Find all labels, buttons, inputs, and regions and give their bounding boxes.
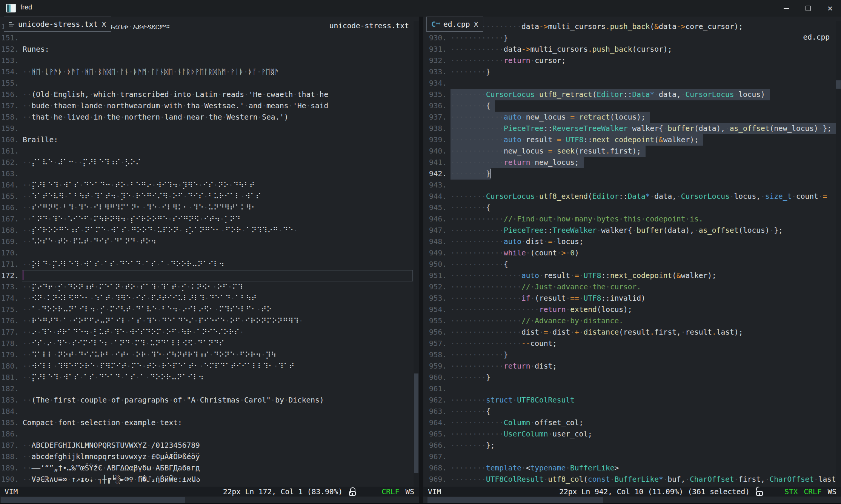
code-line[interactable]: 954.····················return·extend(lo… <box>423 304 835 315</box>
line-text[interactable]: ············new_locus·=·seek(result.firs… <box>447 146 646 157</box>
code-line[interactable]: 176.··⠗⠑⠛⠜⠙·⠁·⠊⠕⠋⠋⠔⠤⠝⠁⠊⠇·⠁⠎·⠹⠑·⠙⠑⠁⠙⠑⠌·⠏⠊… <box>0 315 413 327</box>
code-line[interactable]: 955.················//·Advance·by·distan… <box>423 315 835 327</box>
line-text[interactable]: ········} <box>447 372 490 383</box>
code-line[interactable]: 943. <box>423 180 835 191</box>
line-text[interactable]: ········} <box>447 168 491 180</box>
line-text[interactable]: ················//·Advance·by·distance. <box>447 315 623 327</box>
code-line[interactable]: 962.········struct·UTF8ColResult <box>423 395 835 406</box>
line-text[interactable]: ············//·Find·out·how·many·bytes·t… <box>447 214 703 225</box>
code-line[interactable]: 929.················data->multi_cursors.… <box>423 21 835 32</box>
code-line[interactable]: 186. <box>0 429 413 440</box>
code-line[interactable]: 173.··⡍⠔⠙⠖·⡊·⠙⠕⠝⠰⠞·⠍⠑⠁⠝·⠞⠕·⠎⠁⠹·⠹⠁⠞·⡊·⠅⠝⠪… <box>0 281 413 293</box>
line-text[interactable]: ············} <box>447 32 508 44</box>
line-text[interactable]: ············while·(count·>·0) <box>447 247 579 259</box>
tab-close-icon[interactable]: X <box>474 20 478 28</box>
left-vertical-scrollbar[interactable] <box>414 21 419 487</box>
code-line[interactable]: 938.············PieceTree::ReverseTreeWa… <box>423 123 835 134</box>
code-line[interactable]: 185.Compact·font·selection·example·text: <box>0 417 413 429</box>
code-line[interactable]: 942.········} <box>423 168 835 180</box>
code-line[interactable]: 949.············while·(count·>·0) <box>423 247 835 259</box>
code-line[interactable]: 178.··⠊⠎·⠔·⠹⠑·⠎⠊⠍⠊⠇⠑⠆·⠁⠝⠙·⠍⠹·⠥⠝⠙⠁⠇⠇⠪⠫·⠙⠁… <box>0 338 413 349</box>
line-text[interactable] <box>19 146 23 157</box>
code-line[interactable]: 165.··⠱⠁⠞⠑⠧⠻·⠁⠃⠳⠞·⠹⠁⠞⠲·⡹⠑·⠗⠑⠛⠊⠌⠻·⠕⠋·⠙⠊⠎·… <box>0 191 413 202</box>
line-text[interactable]: ··(Old·English,·which·transcribed·into·L… <box>19 89 328 100</box>
code-line[interactable]: 154.··ᚻᛖ·ᚳᚹᚫᚦ·ᚦᚫᛏ·ᚻᛖ·ᛒᚢᛞᛖ·ᚩᚾ·ᚦᚫᛗ·ᛚᚪᚾᛞᛖ·ᚾ… <box>0 66 413 78</box>
code-line[interactable]: 948.············auto·dist·=·locus; <box>423 236 835 247</box>
code-line[interactable]: 179.··⠩⠁⠇⠇·⠝⠕⠞·⠙⠊⠌⠥⠗⠃·⠊⠞⠂·⠕⠗·⠹⠑·⡊⠳⠝⠞⠗⠹⠰⠎… <box>0 349 413 361</box>
code-line[interactable]: 170. <box>0 247 413 259</box>
line-text[interactable]: ············{ <box>447 259 508 270</box>
code-line[interactable]: 167.··⠁⠝⠙·⠹⠑·⠡⠊⠑⠋·⠍⠳⠗⠝⠻⠲·⡎⠊⠗⠕⠕⠛⠑·⠎⠊⠛⠝⠫·⠊… <box>0 214 413 225</box>
tab-unicode-stress-txt[interactable]: unicode-stress.txt X <box>4 17 111 32</box>
line-text[interactable]: ········} <box>447 66 490 78</box>
code-line[interactable]: 162.··⡌⠁⠧⠑·⠼⠁⠒··⡍⠜⠇⠑⠹⠰⠎·⡣⠕⠌ <box>0 157 413 168</box>
code-line[interactable]: 932.············return·cursor; <box>423 55 835 66</box>
code-line[interactable]: 180.··⠺⠊⠇⠇·⠹⠻⠑⠋⠕⠗⠑·⠏⠻⠍⠊⠞·⠍⠑·⠞⠕·⠗⠑⠏⠑⠁⠞⠂·⠑… <box>0 361 413 372</box>
line-text[interactable] <box>19 32 23 44</box>
code-line[interactable]: 190.··∀∂∈ℝ∧∪≡∞·↑↗↨↻⇣·┐┼╔╘░►☺♀·ﬁ�⑀₂ἠḂӥẄɐː… <box>0 474 413 485</box>
lock-icon[interactable] <box>348 487 357 496</box>
scrollbar-thumb[interactable] <box>1 497 185 503</box>
code-line[interactable]: 158.··that·he·lived·in·the·northern·land… <box>0 112 413 123</box>
line-text[interactable]: ··⡍⠜⠇⠑⠹·⠺⠁⠎·⠙⠑⠁⠙⠒·⠞⠕·⠃⠑⠛⠔·⠺⠊⠹⠲·⡹⠻⠑·⠊⠎·⠝⠕… <box>19 180 255 191</box>
line-text[interactable]: ············return·dist; <box>447 361 557 372</box>
code-line[interactable]: 188.··abcdefghijklmnopqrstuvwxyz·£©µÀÆÖÞ… <box>0 451 413 463</box>
code-line[interactable]: 930.············} <box>423 32 835 44</box>
line-text[interactable] <box>19 168 23 180</box>
pane-divider[interactable] <box>419 17 423 504</box>
line-text[interactable]: ··(The·first·couple·of·paragraphs·of·"A·… <box>19 395 324 406</box>
line-text[interactable]: ············UserColumn·user_col; <box>447 429 592 440</box>
line-text[interactable]: ················dist·=·dist·+·distance(r… <box>447 327 743 338</box>
close-button[interactable]: ✕ <box>819 0 841 17</box>
maximize-button[interactable] <box>797 0 819 17</box>
line-text[interactable]: ········UTF8ColResult·utf8_col(const·Buf… <box>447 474 840 485</box>
code-line[interactable]: 187.··ABCDEFGHIJKLMNOPQRSTUVWXYZ·/012345… <box>0 440 413 451</box>
line-text[interactable] <box>447 180 450 191</box>
line-text[interactable]: Runes: <box>19 44 49 55</box>
line-text[interactable]: ··that·he·lived·in·the·northern·land·nea… <box>19 112 289 123</box>
code-line[interactable]: 155. <box>0 78 413 89</box>
line-text[interactable]: ··⠗⠑⠛⠜⠙·⠁·⠊⠕⠋⠋⠔⠤⠝⠁⠊⠇·⠁⠎·⠹⠑·⠙⠑⠁⠙⠑⠌·⠏⠊⠑⠊⠑·… <box>19 315 303 327</box>
code-line[interactable]: 182. <box>0 383 413 395</box>
code-line[interactable]: 951.················auto·result·=·UTF8::… <box>423 270 835 281</box>
code-line[interactable]: 947.············PieceTree::TreeWalker·wa… <box>423 225 835 236</box>
status-flag-crlf[interactable]: CRLF <box>804 487 822 496</box>
line-text[interactable]: ········struct·UTF8ColResult <box>447 395 575 406</box>
line-text[interactable]: Compact·font·selection·example·text: <box>19 417 182 429</box>
line-text[interactable]: ··⠔·⠹⠑·⠞⠗⠁⠙⠑⠲·⡃⠥⠞·⠹⠑·⠺⠊⠎⠙⠕⠍·⠕⠋·⠳⠗·⠁⠝⠊⠑⠌⠕… <box>19 327 244 338</box>
line-text[interactable]: ··⠩⠁⠇⠇·⠝⠕⠞·⠙⠊⠌⠥⠗⠃·⠊⠞⠂·⠕⠗·⠹⠑·⡊⠳⠝⠞⠗⠹⠰⠎·⠙⠕⠝… <box>19 349 276 361</box>
code-line[interactable]: 163. <box>0 168 413 180</box>
line-text[interactable]: ············PieceTree::ReverseTreeWalker… <box>447 123 836 134</box>
line-text[interactable]: ············auto·new_locus·=·retract(loc… <box>447 112 650 123</box>
code-line[interactable]: 936.········{ <box>423 100 835 112</box>
code-line[interactable]: 965.············UserColumn·user_col; <box>423 429 835 440</box>
line-text[interactable] <box>447 451 450 463</box>
line-text[interactable]: ··⠪⠝·⠅⠝⠪⠇⠫⠛⠑⠂·⠱⠁⠞·⠹⠻⠑·⠊⠎·⠏⠜⠞⠊⠊⠥⠇⠜⠇⠹·⠙⠑⠁⠙… <box>19 293 257 304</box>
code-line[interactable]: 160.Braille: <box>0 134 413 146</box>
line-text[interactable]: ··⠁⠝⠙·⠹⠑·⠡⠊⠑⠋·⠍⠳⠗⠝⠻⠲·⡎⠊⠗⠕⠕⠛⠑·⠎⠊⠛⠝⠫·⠊⠞⠲·⡁… <box>19 214 240 225</box>
line-text[interactable] <box>19 55 23 66</box>
code-line[interactable]: 956.················dist·=·dist·+·distan… <box>423 327 835 338</box>
line-text[interactable]: ··⠊⠎·⠔·⠹⠑·⠎⠊⠍⠊⠇⠑⠆·⠁⠝⠙·⠍⠹·⠥⠝⠙⠁⠇⠇⠪⠫·⠙⠁⠝⠙⠎ <box>19 338 224 349</box>
code-line[interactable]: 960.········} <box>423 372 835 383</box>
code-line[interactable]: 952.················//·Just·advance·the·… <box>423 281 835 293</box>
code-line[interactable]: 172. <box>0 270 413 281</box>
line-text[interactable]: ········CursorLocus·utf8_extend(Editor::… <box>447 191 827 202</box>
code-line[interactable]: 953.················if·(result·==·UTF8::… <box>423 293 835 304</box>
code-line[interactable]: 963.········{ <box>423 406 835 417</box>
code-line[interactable]: 166.··⠎⠊⠛⠝⠫·⠃⠹·⠹⠑·⠊⠇⠻⠛⠹⠍⠁⠝⠂·⠹⠑·⠊⠇⠻⠅⠂·⠹⠑·… <box>0 202 413 214</box>
code-line[interactable]: 181.··⡍⠜⠇⠑⠹·⠺⠁⠎·⠁⠎·⠙⠑⠁⠙·⠁⠎·⠁·⠙⠕⠕⠗⠤⠝⠁⠊⠇⠲ <box>0 372 413 383</box>
line-text[interactable]: ············data->multi_cursors.push_bac… <box>447 44 672 55</box>
line-text[interactable]: ··ᚻᛖ·ᚳᚹᚫᚦ·ᚦᚫᛏ·ᚻᛖ·ᛒᚢᛞᛖ·ᚩᚾ·ᚦᚫᛗ·ᛚᚪᚾᛞᛖ·ᚾᚩᚱᚦᚹ… <box>19 66 279 78</box>
code-line[interactable]: 153. <box>0 55 413 66</box>
line-text[interactable]: ········{ <box>447 202 490 214</box>
code-line[interactable]: 189.··–—‘“”„†•…‰™œŠŸž€·ΑΒΓΔΩαβγδω·АБВГДа… <box>0 463 413 474</box>
line-text[interactable]: ··⠁·⠙⠕⠕⠗⠤⠝⠁⠊⠇⠲·⡊·⠍⠊⠣⠞·⠙⠁⠧⠑·⠃⠑⠲·⠔⠊⠇⠔⠫⠂·⠍⠹… <box>19 304 272 315</box>
line-text[interactable]: ············Column·offset_col; <box>447 417 583 429</box>
line-text[interactable]: ··⡍⠔⠙⠖·⡊·⠙⠕⠝⠰⠞·⠍⠑⠁⠝·⠞⠕·⠎⠁⠹·⠹⠁⠞·⡊·⠅⠝⠪⠂·⠕⠋… <box>19 281 243 293</box>
line-text[interactable]: ················auto·result·=·UTF8::next… <box>447 270 716 281</box>
code-line[interactable]: 159. <box>0 123 413 134</box>
code-line[interactable]: 174.··⠪⠝·⠅⠝⠪⠇⠫⠛⠑⠂·⠱⠁⠞·⠹⠻⠑·⠊⠎·⠏⠜⠞⠊⠊⠥⠇⠜⠇⠹·… <box>0 293 413 304</box>
code-line[interactable]: 177.··⠔·⠹⠑·⠞⠗⠁⠙⠑⠲·⡃⠥⠞·⠹⠑·⠺⠊⠎⠙⠕⠍·⠕⠋·⠳⠗·⠁⠝… <box>0 327 413 338</box>
code-line[interactable]: 946.············//·Find·out·how·many·byt… <box>423 214 835 225</box>
